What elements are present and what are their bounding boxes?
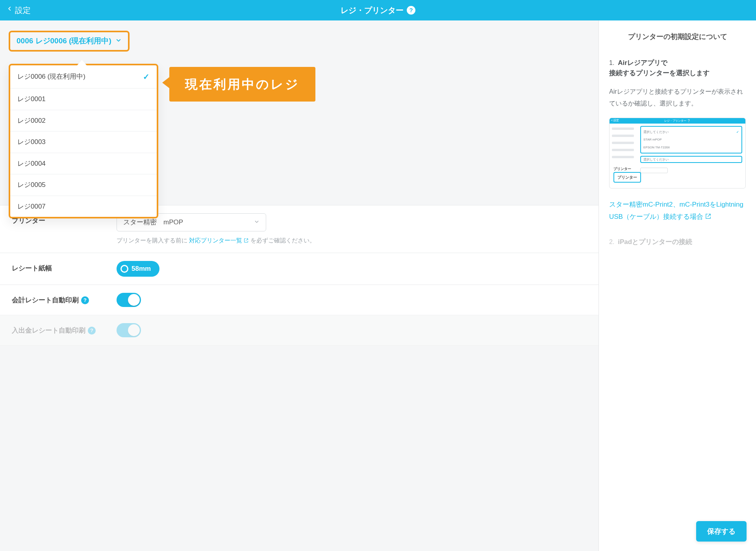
page-body: 0006 レジ0006 (現在利用中) レジ0006 (現在利用中) ✓ レジ0… <box>0 20 756 551</box>
top-bar: 設定 レジ・プリンター ? <box>0 0 756 20</box>
help-icon[interactable]: ? <box>81 296 89 304</box>
register-option-label: レジ0003 <box>17 137 46 147</box>
thumb-opt: 選択してください <box>643 130 669 135</box>
row-printer-control: スター精密 mPOP プリンターを購入する前に 対応プリンター一覧 <box>117 213 587 245</box>
side-heading: プリンターの初期設定について <box>609 31 746 42</box>
printer-hint: プリンターを購入する前に 対応プリンター一覧 を必ずご確認ください。 <box>117 236 321 245</box>
row-auto-print-control <box>117 293 587 307</box>
thumb-topbar: レジ・プリンター ❔ <box>610 118 745 124</box>
step-number: 2. <box>609 239 616 245</box>
auto-print-toggle[interactable] <box>117 293 141 307</box>
register-option-label: レジ0002 <box>17 116 46 126</box>
row-cash-print-control <box>117 323 587 337</box>
thumb-tag: プリンター <box>613 172 641 183</box>
register-option-label: レジ0006 (現在利用中) <box>17 72 85 82</box>
external-link-icon <box>705 213 711 220</box>
register-option-label: レジ0004 <box>17 159 46 169</box>
printer-compat-link[interactable]: 対応プリンター一覧 <box>189 237 250 244</box>
page-title-text: レジ・プリンター <box>341 4 404 16</box>
main-column: 0006 レジ0006 (現在利用中) レジ0006 (現在利用中) ✓ レジ0… <box>0 20 598 551</box>
thumb-printer-box <box>640 168 668 173</box>
chevron-down-icon <box>115 35 122 47</box>
register-selector-wrap: 0006 レジ0006 (現在利用中) <box>0 20 598 55</box>
side-step-1: 1. Airレジアプリで 接続するプリンターを選択します Airレジアプリと接続… <box>609 58 746 223</box>
register-option-label: レジ0005 <box>17 180 46 190</box>
thumb-opt: STAR mPOP <box>643 137 662 142</box>
register-option[interactable]: レジ0007 <box>10 196 157 217</box>
side-step-2: 2. iPadとプリンターの接続 <box>609 237 746 247</box>
chevron-left-icon <box>7 4 13 16</box>
register-option[interactable]: レジ0001 <box>10 89 157 110</box>
paper-width-value: 58mm <box>132 264 151 274</box>
step-body: Airレジアプリと接続するプリンターが表示されているか確認し、選択します。 <box>609 86 746 109</box>
paper-width-button[interactable]: 58mm <box>117 261 159 277</box>
register-option[interactable]: レジ0004 <box>10 153 157 175</box>
hint-link-text: 対応プリンター一覧 <box>189 237 242 244</box>
side-link-text: スター精密mC-Print2、mC-Print3をLightning USB（ケ… <box>609 201 743 220</box>
row-cash-print: 入出金レシート自動印刷 ? <box>0 315 598 346</box>
step-title: iPadとプリンターの接続 <box>618 238 692 246</box>
help-icon: ? <box>88 327 96 335</box>
check-icon: ✓ <box>736 130 739 135</box>
side-connection-link[interactable]: スター精密mC-Print2、mC-Print3をLightning USB（ケ… <box>609 199 746 223</box>
annotation-callout: 現在利用中のレジ <box>169 67 315 102</box>
row-paper-width: レシート紙幅 58mm <box>0 253 598 285</box>
row-auto-print: 会計レシート自動印刷 ? <box>0 285 598 315</box>
external-link-icon <box>244 237 250 244</box>
step-title: Airレジアプリで 接続するプリンターを選択します <box>609 59 710 77</box>
toggle-knob <box>128 324 140 336</box>
radio-dot-icon <box>120 265 128 273</box>
thumb-title: レジ・プリンター ❔ <box>664 119 691 123</box>
register-option[interactable]: レジ0003 <box>10 131 157 153</box>
register-option[interactable]: レジ0005 <box>10 174 157 196</box>
printer-select-value: スター精密 mPOP <box>123 217 183 227</box>
step-number: 1. <box>609 59 616 66</box>
chevron-down-icon <box>254 217 259 227</box>
back-label: 設定 <box>15 4 31 16</box>
label-text: レシート紙幅 <box>12 263 52 274</box>
hint-before: プリンターを購入する前に <box>117 237 189 244</box>
label-text: 入出金レシート自動印刷 <box>12 325 85 336</box>
cash-print-toggle <box>117 323 141 337</box>
toggle-knob <box>128 294 140 306</box>
thumb-select-closed: 選択してください <box>640 156 742 163</box>
save-button[interactable]: 保存する <box>696 521 747 542</box>
help-icon[interactable]: ? <box>407 6 415 15</box>
thumb-back: < 設定 <box>611 118 619 123</box>
side-panel: プリンターの初期設定について 1. Airレジアプリで 接続するプリンターを選択… <box>598 20 756 551</box>
check-icon: ✓ <box>143 71 150 83</box>
side-thumbnail: レジ・プリンター ❔ < 設定 選択してください✓ STAR mPOP EPSO… <box>609 118 746 189</box>
settings-rows: プリンター スター精密 mPOP プリンターを購入する前に <box>0 205 598 346</box>
row-paper-control: 58mm <box>117 261 587 277</box>
hint-after: を必ずご確認ください。 <box>250 237 315 244</box>
register-dropdown: レジ0006 (現在利用中) ✓ レジ0001 レジ0002 レジ0003 レジ… <box>9 64 158 218</box>
thumb-sidebar <box>612 128 634 158</box>
register-option[interactable]: レジ0006 (現在利用中) ✓ <box>10 65 157 89</box>
page-title: レジ・プリンター ? <box>341 4 415 16</box>
register-option[interactable]: レジ0002 <box>10 110 157 132</box>
row-cash-print-label: 入出金レシート自動印刷 ? <box>12 323 102 336</box>
register-option-label: レジ0001 <box>17 94 46 104</box>
register-selector-button[interactable]: 0006 レジ0006 (現在利用中) <box>9 31 130 52</box>
label-text: 会計レシート自動印刷 <box>12 295 79 305</box>
thumb-printer-label: プリンター <box>613 166 631 172</box>
thumb-select-open: 選択してください✓ STAR mPOP EPSON TM-T220II <box>640 126 742 153</box>
row-auto-print-label: 会計レシート自動印刷 ? <box>12 293 102 305</box>
row-paper-label: レシート紙幅 <box>12 261 102 274</box>
thumb-opt: EPSON TM-T220II <box>643 145 670 150</box>
register-selector-label: 0006 レジ0006 (現在利用中) <box>17 35 111 47</box>
back-button[interactable]: 設定 <box>0 4 31 16</box>
register-option-label: レジ0007 <box>17 202 46 212</box>
